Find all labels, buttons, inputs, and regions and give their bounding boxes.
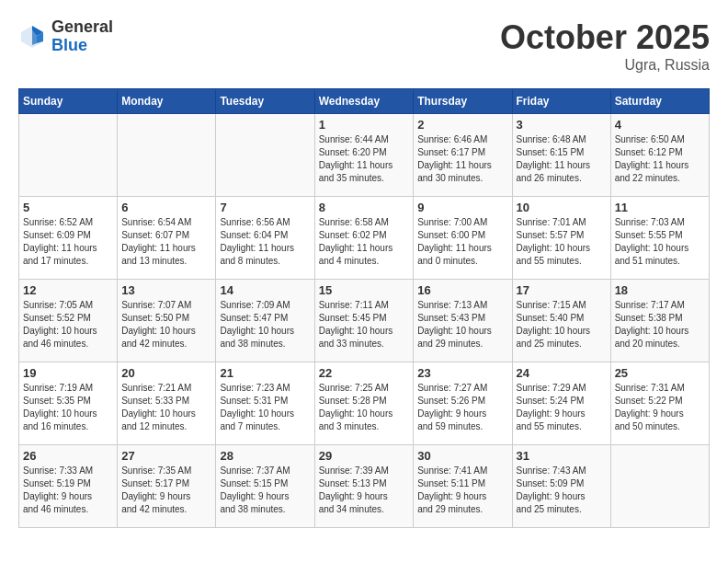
calendar-cell: 2Sunrise: 6:46 AM Sunset: 6:17 PM Daylig… — [414, 114, 512, 197]
column-header-wednesday: Wednesday — [314, 89, 414, 114]
day-number: 22 — [319, 366, 410, 380]
day-info: Sunrise: 6:46 AM Sunset: 6:17 PM Dayligh… — [417, 133, 507, 185]
column-header-monday: Monday — [118, 89, 216, 114]
page-header: General Blue October 2025 Ugra, Russia — [18, 18, 710, 74]
calendar-cell: 7Sunrise: 6:56 AM Sunset: 6:04 PM Daylig… — [216, 197, 314, 280]
day-info: Sunrise: 7:07 AM Sunset: 5:50 PM Dayligh… — [121, 299, 211, 350]
day-info: Sunrise: 7:01 AM Sunset: 5:57 PM Dayligh… — [517, 216, 607, 268]
calendar-cell: 22Sunrise: 7:25 AM Sunset: 5:28 PM Dayli… — [314, 362, 414, 445]
calendar-cell: 12Sunrise: 7:05 AM Sunset: 5:52 PM Dayli… — [19, 280, 118, 362]
calendar-cell: 28Sunrise: 7:37 AM Sunset: 5:15 PM Dayli… — [216, 445, 314, 528]
calendar-week-1: 1Sunrise: 6:44 AM Sunset: 6:20 PM Daylig… — [19, 114, 710, 197]
column-header-tuesday: Tuesday — [216, 89, 314, 114]
calendar-week-3: 12Sunrise: 7:05 AM Sunset: 5:52 PM Dayli… — [19, 280, 710, 362]
calendar-header-row: SundayMondayTuesdayWednesdayThursdayFrid… — [19, 89, 710, 114]
calendar-cell: 24Sunrise: 7:29 AM Sunset: 5:24 PM Dayli… — [512, 362, 610, 445]
calendar-cell: 19Sunrise: 7:19 AM Sunset: 5:35 PM Dayli… — [19, 362, 118, 445]
day-info: Sunrise: 7:25 AM Sunset: 5:28 PM Dayligh… — [319, 382, 410, 433]
column-header-thursday: Thursday — [414, 89, 512, 114]
calendar-cell: 29Sunrise: 7:39 AM Sunset: 5:13 PM Dayli… — [314, 445, 414, 528]
calendar-cell — [19, 114, 118, 197]
calendar-cell: 14Sunrise: 7:09 AM Sunset: 5:47 PM Dayli… — [216, 280, 314, 362]
calendar-cell: 27Sunrise: 7:35 AM Sunset: 5:17 PM Dayli… — [118, 445, 216, 528]
calendar-cell: 16Sunrise: 7:13 AM Sunset: 5:43 PM Dayli… — [414, 280, 512, 362]
calendar-cell: 30Sunrise: 7:41 AM Sunset: 5:11 PM Dayli… — [414, 445, 512, 528]
day-number: 25 — [615, 366, 705, 380]
calendar-cell: 20Sunrise: 7:21 AM Sunset: 5:33 PM Dayli… — [118, 362, 216, 445]
day-number: 28 — [220, 449, 310, 463]
day-number: 13 — [121, 283, 211, 297]
day-info: Sunrise: 6:58 AM Sunset: 6:02 PM Dayligh… — [319, 216, 410, 268]
day-info: Sunrise: 6:52 AM Sunset: 6:09 PM Dayligh… — [23, 216, 113, 268]
day-info: Sunrise: 6:48 AM Sunset: 6:15 PM Dayligh… — [517, 133, 607, 185]
logo-general-text: General — [51, 18, 113, 37]
calendar-cell: 23Sunrise: 7:27 AM Sunset: 5:26 PM Dayli… — [414, 362, 512, 445]
day-number: 24 — [517, 366, 607, 380]
day-info: Sunrise: 7:23 AM Sunset: 5:31 PM Dayligh… — [220, 382, 310, 433]
logo-text: General Blue — [51, 18, 113, 55]
day-number: 6 — [121, 201, 211, 214]
day-number: 4 — [615, 118, 705, 132]
day-number: 16 — [417, 283, 507, 297]
day-info: Sunrise: 7:00 AM Sunset: 6:00 PM Dayligh… — [417, 216, 507, 268]
calendar-cell: 31Sunrise: 7:43 AM Sunset: 5:09 PM Dayli… — [512, 445, 610, 528]
day-info: Sunrise: 7:11 AM Sunset: 5:45 PM Dayligh… — [319, 299, 410, 350]
calendar-cell — [118, 114, 216, 197]
column-header-sunday: Sunday — [19, 89, 118, 114]
calendar-cell: 10Sunrise: 7:01 AM Sunset: 5:57 PM Dayli… — [512, 197, 610, 280]
day-info: Sunrise: 7:15 AM Sunset: 5:40 PM Dayligh… — [517, 299, 607, 350]
day-info: Sunrise: 7:21 AM Sunset: 5:33 PM Dayligh… — [121, 382, 211, 433]
day-number: 17 — [517, 283, 607, 297]
day-number: 12 — [23, 283, 113, 297]
day-number: 2 — [417, 118, 507, 132]
day-number: 5 — [23, 201, 113, 214]
calendar-week-4: 19Sunrise: 7:19 AM Sunset: 5:35 PM Dayli… — [19, 362, 710, 445]
day-number: 18 — [615, 283, 705, 297]
logo-icon — [18, 23, 46, 51]
calendar-week-5: 26Sunrise: 7:33 AM Sunset: 5:19 PM Dayli… — [19, 445, 710, 528]
day-number: 19 — [23, 366, 113, 380]
day-number: 1 — [319, 118, 410, 132]
logo-blue-text: Blue — [51, 37, 113, 55]
calendar-cell — [610, 445, 709, 528]
day-info: Sunrise: 7:03 AM Sunset: 5:55 PM Dayligh… — [615, 216, 705, 268]
day-info: Sunrise: 7:13 AM Sunset: 5:43 PM Dayligh… — [417, 299, 507, 350]
calendar-cell: 1Sunrise: 6:44 AM Sunset: 6:20 PM Daylig… — [314, 114, 414, 197]
location: Ugra, Russia — [500, 57, 710, 74]
day-info: Sunrise: 7:41 AM Sunset: 5:11 PM Dayligh… — [417, 465, 507, 516]
calendar-cell: 21Sunrise: 7:23 AM Sunset: 5:31 PM Dayli… — [216, 362, 314, 445]
calendar-cell: 8Sunrise: 6:58 AM Sunset: 6:02 PM Daylig… — [314, 197, 414, 280]
day-number: 20 — [121, 366, 211, 380]
calendar-cell: 17Sunrise: 7:15 AM Sunset: 5:40 PM Dayli… — [512, 280, 610, 362]
day-info: Sunrise: 7:39 AM Sunset: 5:13 PM Dayligh… — [319, 465, 410, 516]
day-number: 29 — [319, 449, 410, 463]
day-number: 21 — [220, 366, 310, 380]
calendar-cell — [216, 114, 314, 197]
day-info: Sunrise: 7:43 AM Sunset: 5:09 PM Dayligh… — [517, 465, 607, 516]
day-info: Sunrise: 7:35 AM Sunset: 5:17 PM Dayligh… — [121, 465, 211, 516]
day-number: 10 — [517, 201, 607, 214]
day-info: Sunrise: 7:17 AM Sunset: 5:38 PM Dayligh… — [615, 299, 705, 350]
day-info: Sunrise: 7:19 AM Sunset: 5:35 PM Dayligh… — [23, 382, 113, 433]
column-header-friday: Friday — [512, 89, 610, 114]
calendar-cell: 18Sunrise: 7:17 AM Sunset: 5:38 PM Dayli… — [610, 280, 709, 362]
day-info: Sunrise: 7:37 AM Sunset: 5:15 PM Dayligh… — [220, 465, 310, 516]
day-info: Sunrise: 7:31 AM Sunset: 5:22 PM Dayligh… — [615, 382, 705, 433]
day-info: Sunrise: 7:33 AM Sunset: 5:19 PM Dayligh… — [23, 465, 113, 516]
column-header-saturday: Saturday — [610, 89, 709, 114]
calendar-cell: 26Sunrise: 7:33 AM Sunset: 5:19 PM Dayli… — [19, 445, 118, 528]
calendar-cell: 15Sunrise: 7:11 AM Sunset: 5:45 PM Dayli… — [314, 280, 414, 362]
calendar-cell: 9Sunrise: 7:00 AM Sunset: 6:00 PM Daylig… — [414, 197, 512, 280]
day-number: 27 — [121, 449, 211, 463]
day-info: Sunrise: 6:56 AM Sunset: 6:04 PM Dayligh… — [220, 216, 310, 268]
calendar-cell: 5Sunrise: 6:52 AM Sunset: 6:09 PM Daylig… — [19, 197, 118, 280]
calendar-cell: 6Sunrise: 6:54 AM Sunset: 6:07 PM Daylig… — [118, 197, 216, 280]
day-info: Sunrise: 7:05 AM Sunset: 5:52 PM Dayligh… — [23, 299, 113, 350]
calendar-cell: 11Sunrise: 7:03 AM Sunset: 5:55 PM Dayli… — [610, 197, 709, 280]
calendar-cell: 25Sunrise: 7:31 AM Sunset: 5:22 PM Dayli… — [610, 362, 709, 445]
calendar-week-2: 5Sunrise: 6:52 AM Sunset: 6:09 PM Daylig… — [19, 197, 710, 280]
day-info: Sunrise: 6:44 AM Sunset: 6:20 PM Dayligh… — [319, 133, 410, 185]
day-info: Sunrise: 7:29 AM Sunset: 5:24 PM Dayligh… — [517, 382, 607, 433]
day-info: Sunrise: 6:54 AM Sunset: 6:07 PM Dayligh… — [121, 216, 211, 268]
day-info: Sunrise: 6:50 AM Sunset: 6:12 PM Dayligh… — [615, 133, 705, 185]
